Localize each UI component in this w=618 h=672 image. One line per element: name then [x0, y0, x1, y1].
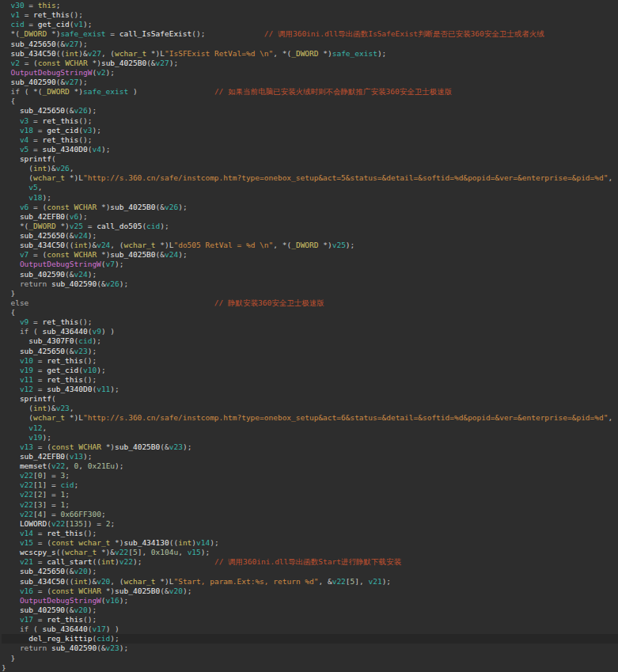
token-type[interactable]: wchar_t [124, 577, 156, 586]
token-function[interactable]: sub_436440 [43, 327, 88, 336]
code-line[interactable]: return sub_402590(&v23); [2, 644, 618, 653]
code-line[interactable]: *(_DWORD *)v25 = call_do505(cid); [2, 222, 618, 231]
token-variable[interactable]: v7 [20, 250, 28, 259]
code-line[interactable]: sprintf( [2, 154, 618, 164]
token-type[interactable]: const [51, 538, 74, 547]
token-type[interactable]: WCHAR [74, 203, 97, 211]
token-variable[interactable]: v2 [97, 68, 105, 77]
token-function[interactable]: ret_this [47, 375, 83, 384]
code-line[interactable]: v16 = (const WCHAR *)sub_4025B0(&v20); [2, 587, 618, 596]
code-line[interactable]: sub_434C50((int)&v24, (wchar_t *)L"do505… [2, 241, 618, 250]
code-line[interactable]: v15 = (const wchar_t *)sub_434130((int)v… [2, 538, 618, 548]
token-variable[interactable]: v22 [20, 490, 33, 499]
token-type[interactable]: const [47, 250, 70, 259]
token-variable[interactable]: v9 [20, 317, 28, 326]
token-function[interactable]: sub_4025B0 [110, 203, 155, 211]
token-type[interactable]: wchar_t [78, 538, 110, 547]
token-type[interactable]: const [51, 587, 74, 595]
token-variable[interactable]: v22 [20, 500, 33, 509]
token-variable[interactable]: v13 [70, 452, 83, 461]
code-line[interactable]: *(_DWORD *)safe_exist = call_IsSafeExist… [2, 29, 618, 39]
token-variable[interactable]: cid [97, 634, 110, 643]
token-function[interactable]: call_start [47, 557, 92, 566]
token-type[interactable]: wchar_t [33, 413, 65, 422]
token-variable[interactable]: v22 [332, 577, 346, 586]
token-variable[interactable]: v4 [20, 135, 28, 144]
token-variable[interactable]: v13 [20, 442, 33, 451]
token-type[interactable]: const [47, 203, 70, 211]
token-variable[interactable]: v22 [20, 480, 33, 489]
token-type[interactable]: _DWORD [43, 87, 70, 96]
code-line[interactable]: } [2, 654, 618, 663]
code-line[interactable]: (int)&v26, [2, 164, 618, 173]
token-variable[interactable]: v18 [20, 126, 33, 135]
token-variable[interactable]: v22 [20, 471, 33, 480]
token-function[interactable]: sub_42EFB0 [20, 452, 65, 461]
token-variable[interactable]: v26 [56, 164, 70, 173]
token-variable[interactable]: v22 [51, 519, 65, 528]
token-string[interactable]: "http://s.360.cn/safe/instcomp.htm?type=… [83, 173, 608, 182]
code-line[interactable]: } [2, 663, 618, 672]
token-function[interactable]: sub_402590 [20, 606, 65, 614]
token-variable[interactable]: v19 [20, 366, 33, 374]
token-variable[interactable]: v17 [20, 615, 33, 624]
token-function[interactable]: sub_4025B0 [115, 442, 160, 451]
code-line[interactable]: v22[2] = 1; [2, 490, 618, 499]
code-line[interactable]: sub_425650(&v24); [2, 231, 618, 241]
token-function[interactable]: sub_434C50 [20, 577, 65, 586]
token-variable[interactable]: v3 [20, 116, 28, 125]
token-function[interactable]: sub_4025B0 [110, 250, 155, 259]
pseudocode-view[interactable]: v30 = this; v1 = ret_this(); cid = get_c… [0, 0, 618, 672]
token-variable[interactable]: v26 [74, 106, 88, 115]
token-variable[interactable]: v27 [156, 59, 169, 67]
token-keyword[interactable]: if [20, 625, 28, 633]
code-line[interactable]: v18); [2, 193, 618, 203]
token-string[interactable]: "http://s.360.cn/safe/instcomp.htm?type=… [83, 413, 608, 422]
code-line[interactable]: v5, [2, 183, 618, 192]
token-function[interactable]: sub_434C50 [20, 241, 65, 249]
code-line[interactable]: sub_402590(&v20); [2, 606, 618, 615]
code-line[interactable]: (int)&v23, [2, 404, 618, 413]
token-variable[interactable]: cid [78, 336, 92, 345]
token-keyword[interactable]: return [20, 644, 47, 652]
token-variable[interactable]: v14 [196, 538, 210, 547]
token-variable[interactable]: v2 [10, 59, 19, 67]
token-variable[interactable]: v21 [20, 557, 33, 566]
token-function[interactable]: sub_4340D0 [43, 145, 88, 154]
token-variable[interactable]: v4 [92, 145, 100, 154]
code-line[interactable]: LOWORD(v22[135]) = 2; [2, 519, 618, 529]
token-variable[interactable]: v19 [28, 433, 42, 442]
token-type[interactable]: const [38, 59, 61, 67]
code-line[interactable]: v2 = (const WCHAR *)sub_4025B0(&v27); [2, 59, 618, 68]
token-variable[interactable]: v27 [65, 78, 78, 86]
token-function[interactable]: sub_402590 [20, 270, 65, 279]
token-function[interactable]: ret_this [47, 356, 83, 365]
code-line[interactable]: cid = get_cid(v1); [2, 20, 618, 29]
token-type[interactable]: WCHAR [74, 250, 97, 259]
token-variable[interactable]: v11 [20, 375, 33, 384]
token-keyword[interactable]: else [10, 298, 28, 307]
token-function[interactable]: ret_this [43, 317, 79, 326]
code-line[interactable]: v4 = ret_this(); [2, 135, 618, 145]
code-line[interactable]: return sub_402590(&v26); [2, 279, 618, 289]
code-line[interactable]: { [2, 97, 618, 106]
token-variable[interactable]: v25 [332, 241, 346, 249]
token-variable[interactable]: v16 [20, 587, 33, 595]
token-type[interactable]: const [51, 442, 74, 451]
token-function[interactable]: sub_425650 [10, 40, 55, 48]
token-variable[interactable]: v27 [88, 49, 101, 58]
token-type[interactable]: _DWORD [291, 241, 318, 249]
token-variable[interactable]: v22 [119, 557, 133, 566]
token-variable[interactable]: v26 [165, 203, 178, 211]
token-variable[interactable]: v24 [74, 231, 88, 240]
token-function[interactable]: get_cid [38, 20, 70, 28]
code-line[interactable]: if ( *(_DWORD *)safe_exist ) // 如果当前电脑已安… [2, 87, 618, 97]
token-variable[interactable]: v23 [106, 644, 119, 652]
token-type[interactable]: wchar_t [124, 241, 156, 249]
code-line[interactable]: v22[0] = 3; [2, 471, 618, 480]
code-line[interactable]: } [2, 289, 618, 298]
code-line[interactable]: OutputDebugStringW(v7); [2, 260, 618, 269]
code-line[interactable]: v13 = (const WCHAR *)sub_4025B0(&v23); [2, 442, 618, 452]
code-line[interactable]: sub_425650(&v27); [2, 40, 618, 49]
code-line[interactable]: sub_4307F0(cid); [2, 336, 618, 346]
